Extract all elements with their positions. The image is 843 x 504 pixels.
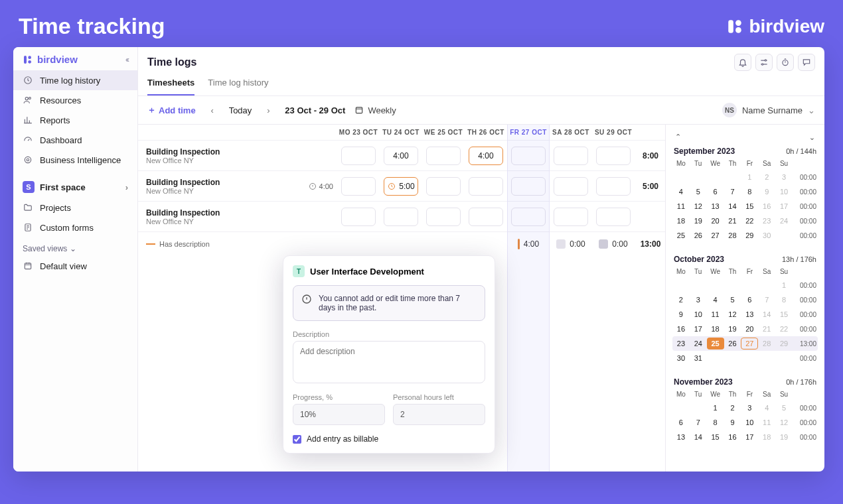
row-info-icon[interactable]: 4:00 [309, 182, 337, 190]
calendar-day[interactable]: 24 [690, 338, 707, 349]
calendar-day[interactable]: 9 [758, 186, 775, 198]
calendar-day[interactable]: 8 [741, 186, 758, 198]
calendar-day[interactable]: 7 [758, 294, 775, 306]
sidebar-item-default-view[interactable]: Default view [13, 256, 137, 276]
calendar-day[interactable]: 4 [672, 186, 690, 198]
calendar-day[interactable]: 27 [741, 338, 758, 349]
calendar-day[interactable]: 11 [707, 308, 724, 320]
calendar-day[interactable]: 2 [724, 402, 741, 414]
calendar-day[interactable]: 15 [741, 200, 758, 212]
calendar-day[interactable]: 16 [724, 431, 741, 443]
calendar-day[interactable]: 6 [672, 416, 690, 428]
saved-views-toggle[interactable]: Saved views ⌄ [13, 237, 137, 256]
time-input[interactable] [426, 208, 461, 226]
calendar-day[interactable]: 27 [707, 229, 724, 241]
notifications-icon[interactable] [734, 54, 751, 71]
calendar-day[interactable]: 21 [758, 323, 775, 335]
calendar-day[interactable]: 3 [775, 171, 793, 183]
calendar-day[interactable]: 19 [724, 323, 741, 335]
stopwatch-icon[interactable] [777, 54, 794, 71]
calendar-day[interactable]: 19 [775, 431, 793, 443]
calendar-day[interactable]: 20 [707, 215, 724, 227]
calendar-day[interactable]: 11 [758, 416, 775, 428]
time-input[interactable] [426, 177, 461, 196]
tab-time-log-history[interactable]: Time log history [208, 78, 268, 95]
calendar-day[interactable]: 29 [775, 338, 793, 349]
today-button[interactable]: Today [229, 105, 252, 115]
calendar-day[interactable]: 30 [758, 229, 775, 241]
sidebar-item-bi[interactable]: Business Intelligence [13, 150, 137, 170]
calendar-day[interactable]: 8 [775, 294, 793, 306]
calendar-day[interactable]: 20 [741, 323, 758, 335]
time-input[interactable] [469, 177, 503, 196]
calendar-day[interactable]: 2 [672, 294, 690, 306]
calendar-day[interactable]: 17 [775, 200, 793, 212]
collapse-sidebar-icon[interactable]: ‹‹ [125, 55, 128, 64]
calendar-day[interactable]: 18 [758, 431, 775, 443]
add-time-button[interactable]: ＋ Add time [147, 104, 196, 116]
time-input[interactable] [554, 147, 588, 165]
calendar-day[interactable]: 21 [724, 215, 741, 227]
calendar-day[interactable]: 10 [690, 308, 707, 320]
cal-prev-icon[interactable]: ⌃ [675, 133, 681, 141]
next-week-button[interactable]: › [261, 105, 275, 115]
task-cell[interactable]: Building InspectionNew Office NY [138, 208, 337, 225]
calendar-day[interactable]: 25 [672, 229, 690, 241]
progress-input[interactable] [293, 404, 385, 425]
time-input[interactable] [469, 147, 503, 165]
calendar-day[interactable]: 29 [741, 229, 758, 241]
time-input[interactable] [426, 147, 461, 165]
calendar-day[interactable]: 9 [672, 308, 690, 320]
calendar-day[interactable]: 15 [775, 308, 793, 320]
calendar-day[interactable]: 3 [741, 402, 758, 414]
calendar-day[interactable]: 26 [724, 338, 741, 349]
calendar-day[interactable]: 14 [724, 200, 741, 212]
time-input[interactable] [341, 147, 376, 165]
calendar-day[interactable]: 17 [741, 431, 758, 443]
calendar-day[interactable]: 25 [707, 338, 724, 349]
time-input[interactable] [554, 208, 588, 226]
calendar-day[interactable]: 1 [775, 279, 793, 291]
calendar-day[interactable]: 7 [690, 416, 707, 428]
time-input[interactable] [511, 208, 546, 226]
calendar-day[interactable]: 14 [758, 308, 775, 320]
sidebar-item-dashboard[interactable]: Dashboard [13, 130, 137, 150]
description-input[interactable] [293, 341, 485, 383]
calendar-day[interactable]: 30 [672, 352, 690, 364]
calendar-day[interactable]: 13 [741, 308, 758, 320]
sidebar-item-resources[interactable]: Resources [13, 90, 137, 110]
sidebar-item-projects[interactable]: Projects [13, 198, 137, 218]
prev-week-button[interactable]: ‹ [205, 105, 220, 115]
calendar-day[interactable]: 10 [775, 186, 793, 198]
calendar-day[interactable]: 5 [775, 402, 793, 414]
calendar-day[interactable]: 7 [724, 186, 741, 198]
calendar-day[interactable]: 14 [690, 431, 707, 443]
calendar-day[interactable]: 2 [758, 171, 775, 183]
time-input[interactable] [341, 208, 376, 226]
view-mode-select[interactable]: Weekly [354, 105, 396, 115]
task-cell[interactable]: Building InspectionNew Office NY [138, 147, 337, 164]
calendar-day[interactable]: 19 [690, 215, 707, 227]
calendar-day[interactable]: 18 [707, 323, 724, 335]
calendar-day[interactable]: 23 [672, 338, 690, 349]
calendar-day[interactable]: 10 [741, 416, 758, 428]
calendar-day[interactable]: 12 [690, 200, 707, 212]
calendar-day[interactable]: 5 [690, 186, 707, 198]
time-input[interactable] [511, 177, 546, 196]
calendar-day[interactable]: 5 [724, 294, 741, 306]
calendar-day[interactable]: 24 [775, 215, 793, 227]
time-input[interactable] [596, 208, 631, 226]
calendar-day[interactable]: 22 [775, 323, 793, 335]
user-menu[interactable]: NS Name Surname ⌄ [722, 103, 815, 117]
time-input[interactable] [554, 177, 588, 196]
calendar-day[interactable]: 26 [690, 229, 707, 241]
calendar-day[interactable]: 17 [690, 323, 707, 335]
calendar-day[interactable]: 8 [707, 416, 724, 428]
time-input[interactable] [511, 147, 546, 165]
sidebar-item-reports[interactable]: Reports [13, 110, 137, 130]
calendar-day[interactable]: 16 [758, 200, 775, 212]
time-input[interactable] [341, 177, 376, 196]
feedback-icon[interactable] [798, 54, 815, 71]
calendar-day[interactable]: 12 [775, 416, 793, 428]
calendar-day[interactable]: 3 [690, 294, 707, 306]
